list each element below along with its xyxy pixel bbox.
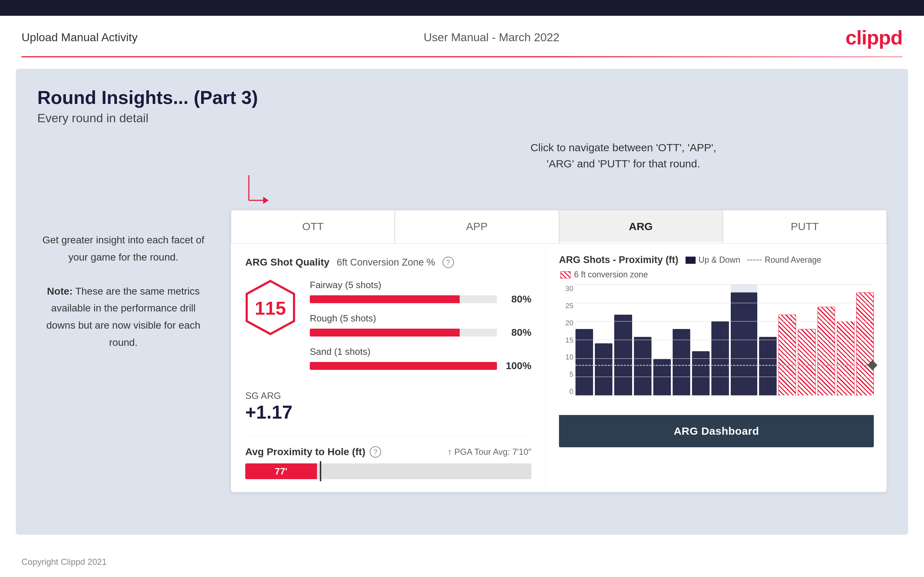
fairway-row: Fairway (5 shots) 80% [310, 280, 531, 305]
fairway-bar-bg [310, 295, 497, 303]
proximity-bar-bg: 77' [245, 463, 531, 479]
legend-6ft: 6 ft conversion zone [561, 270, 874, 280]
card-container: OTT APP ARG PUTT ARG Shot Quality 6ft Co… [231, 210, 887, 492]
bar-4 [634, 285, 651, 396]
bar-fill-1 [575, 329, 593, 396]
footer: Copyright Clippd 2021 [0, 546, 924, 577]
sg-value: +1.17 [245, 401, 531, 423]
insight-intro: Get greater insight into each facet of y… [42, 234, 204, 263]
chart-plot-area: 8 [575, 285, 874, 396]
tab-ott[interactable]: OTT [231, 210, 395, 243]
y-label-0: 0 [559, 387, 573, 396]
chart-header: ARG Shots - Proximity (ft) Up & Down Rou… [559, 255, 874, 266]
tab-putt[interactable]: PUTT [723, 210, 887, 243]
legend-updown-box [686, 256, 696, 264]
legend-roundavg: Round Average [747, 255, 821, 265]
shot-quality-header: ARG Shot Quality 6ft Conversion Zone % ? [245, 256, 531, 268]
bar-10 [759, 285, 777, 396]
y-label-5: 5 [559, 370, 573, 379]
proximity-help-icon[interactable]: ? [370, 446, 381, 458]
fairway-bar-row: 80% [310, 293, 531, 305]
insight-note-label: Note: [47, 285, 73, 297]
bar-5 [653, 285, 671, 396]
bar-fill-10 [759, 337, 777, 396]
sand-label: Sand (1 shots) [310, 346, 531, 357]
proximity-section: Avg Proximity to Hole (ft) ? ↑ PGA Tour … [245, 436, 531, 479]
chart-title: ARG Shots - Proximity (ft) [559, 255, 678, 266]
shot-quality-label: ARG Shot Quality [245, 256, 330, 268]
bar-fill-13 [817, 307, 835, 396]
pga-avg: ↑ PGA Tour Avg: 7'10" [447, 447, 531, 457]
bar-8 [711, 285, 729, 396]
sand-bar-bg [310, 362, 497, 370]
bar-fill-14 [837, 321, 855, 396]
header-left: Upload Manual Activity [21, 31, 138, 44]
bar-6 [673, 285, 690, 396]
tab-bar: OTT APP ARG PUTT [231, 210, 887, 244]
legend-roundavg-label: Round Average [764, 255, 821, 265]
bar-fill-7 [692, 351, 709, 396]
sg-label: SG ARG [245, 390, 531, 401]
legend-dashed-line [747, 259, 762, 261]
y-axis: 0 5 10 15 20 25 30 [559, 285, 573, 396]
tab-arg[interactable]: ARG [559, 210, 723, 243]
bar-3 [614, 285, 632, 396]
bar-fill-3 [614, 315, 632, 396]
bar-14 [837, 285, 855, 396]
bar-fill-5 [653, 359, 671, 396]
legend-6ft-label: 6 ft conversion zone [574, 270, 648, 280]
bar-fill-11 [779, 315, 796, 396]
shot-bars: Fairway (5 shots) 80% Rou [310, 280, 531, 380]
bar-2 [595, 285, 612, 396]
bar-9-highlight [731, 285, 757, 396]
arg-card: OTT APP ARG PUTT ARG Shot Quality 6ft Co… [231, 210, 887, 492]
bars-container [575, 285, 874, 396]
sand-bar-row: 100% [310, 360, 531, 372]
svg-marker-2 [263, 197, 268, 204]
bar-7 [692, 285, 709, 396]
bar-fill-12 [798, 329, 815, 396]
shot-quality-section: ARG Shot Quality 6ft Conversion Zone % ? [231, 244, 546, 492]
bar-fill-8 [711, 321, 729, 396]
clippd-logo: clippd [845, 26, 903, 49]
proximity-cursor [320, 461, 321, 481]
y-label-10: 10 [559, 353, 573, 361]
bar-11 [779, 285, 796, 396]
chart-section: ARG Shots - Proximity (ft) Up & Down Rou… [546, 244, 887, 492]
sand-row: Sand (1 shots) 100% [310, 346, 531, 372]
rough-pct: 80% [503, 327, 531, 338]
proximity-bar-wrap: 77' [245, 463, 531, 479]
proximity-header: Avg Proximity to Hole (ft) ? ↑ PGA Tour … [245, 446, 531, 458]
legend-6ft-box [561, 271, 570, 279]
bar-15 [856, 285, 874, 396]
sand-bar-fill [310, 362, 497, 370]
rough-bar-fill [310, 329, 460, 337]
arg-dashboard-button[interactable]: ARG Dashboard [559, 415, 874, 447]
upload-manual-activity-link[interactable]: Upload Manual Activity [21, 31, 138, 44]
page-title: Round Insights... (Part 3) [37, 87, 887, 108]
bar-fill-15 [856, 292, 874, 396]
copyright: Copyright Clippd 2021 [21, 557, 107, 567]
legend-updown-label: Up & Down [698, 255, 740, 265]
y-label-15: 15 [559, 336, 573, 345]
legend-updown: Up & Down [686, 255, 740, 265]
bar-fill-6 [673, 329, 690, 396]
bar-fill-2 [595, 343, 612, 396]
fairway-label: Fairway (5 shots) [310, 280, 531, 291]
proximity-label: Avg Proximity to Hole (ft) [245, 446, 365, 458]
rough-row: Rough (5 shots) 80% [310, 313, 531, 338]
bar-13 [817, 285, 835, 396]
hex-score-area: 115 Fairway (5 shots) [245, 280, 531, 380]
sand-pct: 100% [503, 360, 531, 372]
hex-score: 115 [245, 280, 296, 337]
header-center-text: User Manual - March 2022 [424, 31, 560, 44]
bar-fill-9 [731, 292, 757, 396]
fairway-bar-fill [310, 295, 460, 303]
proximity-label-group: Avg Proximity to Hole (ft) ? [245, 446, 381, 458]
bar-chart: 0 5 10 15 20 25 30 [559, 285, 874, 406]
top-bar [0, 0, 924, 16]
bar-12 [798, 285, 815, 396]
tab-app[interactable]: APP [395, 210, 559, 243]
header: Upload Manual Activity User Manual - Mar… [0, 16, 924, 56]
help-icon[interactable]: ? [443, 256, 454, 268]
